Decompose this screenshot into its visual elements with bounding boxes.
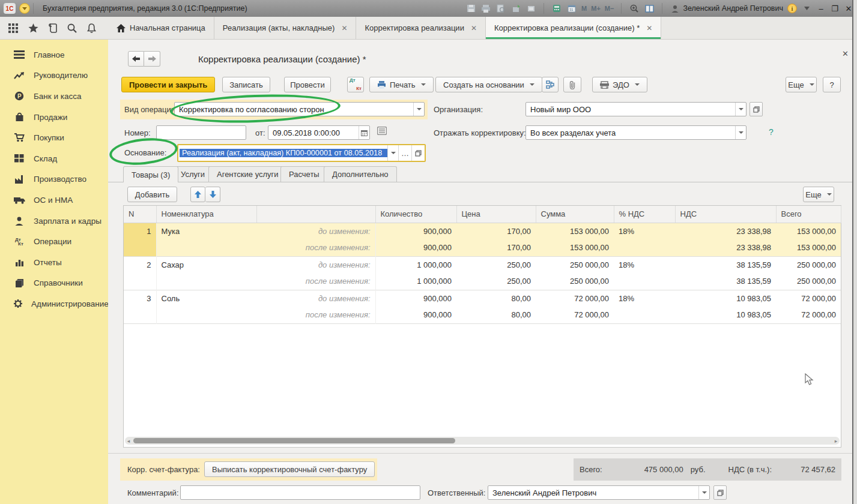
calendar-icon[interactable]: [359, 126, 369, 139]
organization-field[interactable]: Новый мир ООО: [525, 102, 746, 116]
sidebar-item-os-nma[interactable]: ОС и НМА: [0, 190, 108, 211]
sidebar-item-references[interactable]: Справочники: [0, 273, 108, 294]
help-button[interactable]: ?: [823, 77, 841, 92]
sidebar-item-administration[interactable]: Администрирование: [0, 293, 108, 314]
dropdown-icon[interactable]: [735, 126, 746, 139]
apps-grid-icon[interactable]: [8, 23, 18, 33]
responsible-label: Ответственный:: [428, 488, 485, 497]
forward-button[interactable]: [144, 51, 160, 67]
basis-label: Основание:: [124, 148, 166, 157]
memory-m-button[interactable]: M: [581, 5, 587, 12]
date-field[interactable]: 09.05.2018 0:00:00: [268, 125, 370, 140]
horizontal-scrollbar[interactable]: ◂ ▸: [125, 437, 840, 445]
dropdown-icon[interactable]: [735, 103, 746, 116]
basis-field[interactable]: Реализация (акт, накладная) КП00-000001 …: [177, 144, 426, 162]
save-button[interactable]: Записать: [222, 77, 270, 92]
history-icon[interactable]: [49, 23, 57, 33]
restore-button[interactable]: ❐: [830, 4, 840, 13]
search-icon[interactable]: [67, 23, 77, 33]
open-basis-icon[interactable]: [411, 145, 425, 161]
print-icon[interactable]: [480, 4, 491, 13]
operation-type-field[interactable]: Корректировка по согласованию сторон: [174, 102, 425, 116]
sidebar-item-production[interactable]: Производство: [0, 169, 108, 190]
save-icon[interactable]: [465, 4, 476, 13]
tab-agent-services[interactable]: Агентские услуги: [208, 166, 287, 182]
tab-correction[interactable]: Корректировка реализации ✕: [356, 17, 485, 39]
favorites-star-icon[interactable]: [28, 23, 38, 33]
edo-button[interactable]: ЭДО: [592, 77, 647, 92]
tab-goods[interactable]: Товары (3): [123, 166, 178, 182]
sidebar-item-sales[interactable]: Продажи: [0, 107, 108, 128]
sidebar-item-manager[interactable]: Руководителю: [0, 65, 108, 86]
send-icon[interactable]: [510, 4, 521, 13]
add-row-button[interactable]: Добавить: [127, 187, 177, 202]
memory-m-minus-button[interactable]: M−: [605, 5, 614, 12]
sidebar-item-main[interactable]: Главное: [0, 44, 108, 65]
calendar-icon[interactable]: 31: [566, 4, 577, 13]
current-user-name[interactable]: Зеленский Андрей Петрович: [683, 4, 783, 13]
number-label: Номер:: [124, 128, 151, 137]
main-menu-button[interactable]: [19, 3, 30, 14]
table-row[interactable]: 2Сахардо изменения: 1 000,000250,00250 0…: [124, 256, 841, 273]
number-input[interactable]: [156, 125, 246, 140]
table-row[interactable]: после изменения: 1 000,000250,00250 000,…: [124, 273, 841, 290]
notifications-bell-icon[interactable]: [87, 23, 96, 33]
reflect-help-icon[interactable]: ?: [769, 127, 774, 137]
sidebar-item-operations[interactable]: ДтКтОперации: [0, 231, 108, 252]
open-organization-icon[interactable]: [749, 102, 763, 116]
close-tab-icon[interactable]: ✕: [341, 24, 347, 32]
sidebar-item-salary[interactable]: Зарплата и кадры: [0, 211, 108, 232]
sidebar-item-purchases[interactable]: Покупки: [0, 127, 108, 148]
print-button[interactable]: Печать: [369, 77, 434, 92]
chevron-down-icon[interactable]: [801, 4, 812, 13]
table-more-button[interactable]: Еще: [803, 187, 834, 202]
more-button[interactable]: Еще: [786, 77, 817, 92]
table-row[interactable]: после изменения: 900,00080,0072 000,00 1…: [124, 307, 841, 323]
scroll-left-icon[interactable]: ◂: [125, 438, 132, 444]
close-tab-icon[interactable]: ✕: [471, 24, 477, 32]
receive-icon[interactable]: [525, 4, 536, 13]
reflect-correction-field[interactable]: Во всех разделах учета: [525, 125, 746, 140]
tab-realization[interactable]: Реализация (акты, накладные) ✕: [214, 17, 357, 39]
structure-button[interactable]: [542, 77, 559, 92]
close-form-icon[interactable]: ✕: [842, 49, 849, 58]
tab-additional[interactable]: Дополнительно: [324, 166, 397, 182]
move-down-button[interactable]: [205, 187, 220, 202]
sidebar-item-warehouse[interactable]: Склад: [0, 148, 108, 169]
dropdown-icon[interactable]: [698, 486, 709, 499]
table-row[interactable]: 3Сольдо изменения: 900,00080,0072 000,00…: [124, 290, 841, 307]
tab-correction-new[interactable]: Корректировка реализации (создание) * ✕: [486, 17, 661, 39]
comment-input[interactable]: [180, 485, 420, 500]
move-up-button[interactable]: [190, 187, 205, 202]
tab-settlements[interactable]: Расчеты: [280, 166, 328, 182]
post-button[interactable]: Провести: [284, 77, 331, 92]
zoom-icon[interactable]: [629, 4, 640, 13]
split-panels-icon[interactable]: [644, 4, 655, 13]
issue-corr-invoice-button[interactable]: Выписать корректировочный счет-фактуру: [204, 461, 375, 477]
info-icon[interactable]: i: [787, 4, 797, 13]
open-responsible-icon[interactable]: [713, 485, 727, 500]
memory-m-plus-button[interactable]: M+: [591, 5, 601, 12]
create-based-on-button[interactable]: Создать на основании: [435, 77, 542, 92]
tab-home[interactable]: Начальная страница: [108, 17, 214, 39]
close-tab-icon[interactable]: ✕: [646, 24, 652, 32]
post-and-close-button[interactable]: Провести и закрыть: [121, 77, 215, 92]
journal-icon[interactable]: [377, 127, 387, 137]
calculator-icon[interactable]: [551, 4, 562, 13]
dropdown-icon[interactable]: [413, 103, 424, 116]
dropdown-icon[interactable]: [387, 145, 398, 161]
minimize-button[interactable]: –: [816, 4, 826, 13]
basis-choose-button[interactable]: …: [398, 145, 411, 161]
back-button[interactable]: [128, 51, 144, 67]
tab-services[interactable]: Услуги: [172, 166, 213, 182]
scroll-right-icon[interactable]: ▸: [832, 438, 840, 444]
sidebar-item-reports[interactable]: Отчеты: [0, 252, 108, 273]
scrollbar-thumb[interactable]: [133, 438, 455, 443]
responsible-field[interactable]: Зеленский Андрей Петрович: [488, 485, 710, 500]
preview-icon[interactable]: [495, 4, 506, 13]
table-row[interactable]: после изменения: 900,000170,00153 000,00…: [124, 239, 841, 256]
sidebar-item-bank[interactable]: РБанк и касса: [0, 86, 108, 107]
attachment-button[interactable]: [563, 77, 581, 92]
table-row[interactable]: 1Мукадо изменения: 900,000170,00153 000,…: [124, 223, 841, 239]
dt-kt-button[interactable]: Дт Кт: [347, 77, 364, 92]
